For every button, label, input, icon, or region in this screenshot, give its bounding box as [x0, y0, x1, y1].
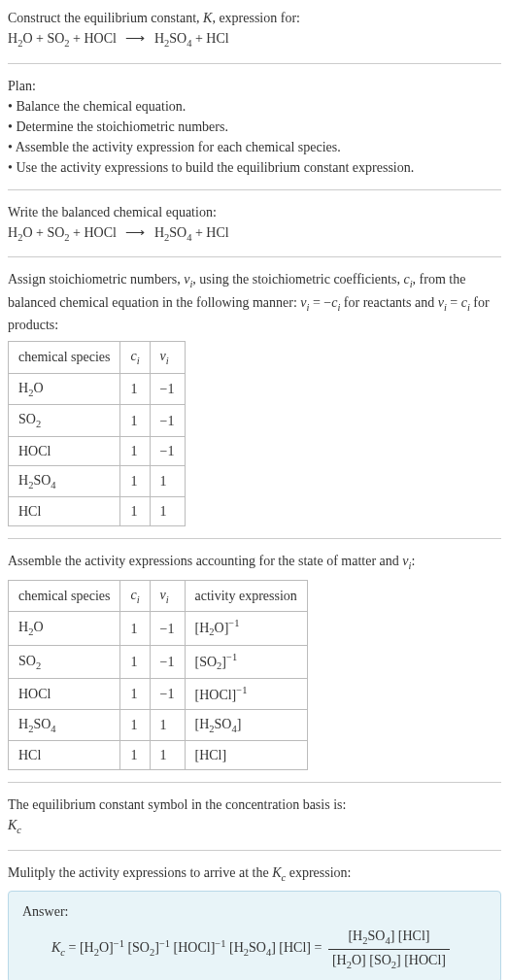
cell-v: −1 — [150, 612, 185, 645]
cell-c: 1 — [120, 678, 150, 709]
plan-bullet-4: • Use the activity expressions to build … — [8, 157, 501, 178]
header-vi: νi — [150, 580, 185, 612]
cell-activity: [HOCl]−1 — [185, 678, 307, 709]
header-ci: ci — [120, 580, 150, 612]
stoich-table: chemical species ci νi H2O 1 −1 SO2 1 −1… — [8, 341, 186, 526]
table-row: H2SO4 1 1 [H2SO4] — [9, 709, 308, 741]
cell-c: 1 — [120, 709, 150, 741]
section-symbol: The equilibrium constant symbol in the c… — [8, 794, 501, 851]
cell-species: H2O — [9, 373, 120, 405]
cell-v: −1 — [150, 678, 185, 709]
cell-c: 1 — [120, 612, 150, 645]
header-species: chemical species — [9, 342, 120, 374]
balanced-title: Write the balanced chemical equation: — [8, 202, 501, 222]
table-row: SO2 1 −1 [SO2]−1 — [9, 645, 308, 678]
symbol-kc: Kc — [8, 815, 501, 838]
symbol-line1: The equilibrium constant symbol in the c… — [8, 794, 501, 815]
answer-label: Answer: — [22, 901, 487, 922]
balanced-equation: H2O + SO2 + HOCl ⟶ H2SO4 + HCl — [8, 222, 501, 246]
header-activity: activity expression — [185, 580, 307, 612]
answer-expression: Kc = [H2O]−1 [SO2]−1 [HOCl]−1 [H2SO4] [H… — [22, 922, 487, 972]
table-header-row: chemical species ci νi activity expressi… — [9, 580, 308, 612]
cell-species: SO2 — [9, 645, 120, 678]
cell-v: 1 — [150, 741, 185, 770]
cell-species: H2SO4 — [9, 465, 120, 497]
multiply-line1: Mulitply the activity expressions to arr… — [8, 862, 501, 886]
section-plan: Plan: • Balance the chemical equation. •… — [8, 76, 501, 190]
table-row: HCl 1 1 — [9, 497, 186, 526]
cell-activity: [SO2]−1 — [185, 645, 307, 678]
table-header-row: chemical species ci νi — [9, 342, 186, 374]
cell-c: 1 — [120, 373, 150, 405]
section-prompt: Construct the equilibrium constant, K, e… — [8, 8, 501, 64]
cell-species: SO2 — [9, 405, 120, 437]
section-multiply: Mulitply the activity expressions to arr… — [8, 862, 501, 980]
cell-c: 1 — [120, 436, 150, 465]
cell-c: 1 — [120, 741, 150, 770]
cell-v: −1 — [150, 373, 185, 405]
plan-bullet-1: • Balance the chemical equation. — [8, 96, 501, 117]
fraction-denominator: [H2O] [SO2] [HOCl] — [328, 950, 450, 973]
cell-v: 1 — [150, 465, 185, 497]
section-balanced: Write the balanced chemical equation: H2… — [8, 202, 501, 258]
cell-v: −1 — [150, 436, 185, 465]
prompt-equation: H2O + SO2 + HOCl ⟶ H2SO4 + HCl — [8, 28, 501, 51]
table-row: HOCl 1 −1 [HOCl]−1 — [9, 678, 308, 709]
plan-bullet-2: • Determine the stoichiometric numbers. — [8, 117, 501, 137]
cell-species: H2SO4 — [9, 709, 120, 741]
cell-v: −1 — [150, 645, 185, 678]
cell-c: 1 — [120, 497, 150, 526]
table-row: H2O 1 −1 [H2O]−1 — [9, 612, 308, 645]
plan-bullet-3: • Assemble the activity expression for e… — [8, 137, 501, 157]
cell-activity: [HCl] — [185, 741, 307, 770]
section-stoich: Assign stoichiometric numbers, νi, using… — [8, 269, 501, 539]
header-ci: ci — [120, 342, 150, 374]
cell-c: 1 — [120, 405, 150, 437]
table-row: HCl 1 1 [HCl] — [9, 741, 308, 770]
table-row: SO2 1 −1 — [9, 405, 186, 437]
section-activity: Assemble the activity expressions accoun… — [8, 551, 501, 783]
activity-intro: Assemble the activity expressions accoun… — [8, 551, 501, 574]
table-row: H2O 1 −1 — [9, 373, 186, 405]
cell-v: 1 — [150, 709, 185, 741]
table-row: H2SO4 1 1 — [9, 465, 186, 497]
cell-activity: [H2SO4] — [185, 709, 307, 741]
header-species: chemical species — [9, 580, 120, 612]
activity-table: chemical species ci νi activity expressi… — [8, 580, 308, 770]
cell-species: HOCl — [9, 678, 120, 709]
cell-species: HOCl — [9, 436, 120, 465]
answer-box: Answer: Kc = [H2O]−1 [SO2]−1 [HOCl]−1 [H… — [8, 891, 501, 980]
cell-species: HCl — [9, 741, 120, 770]
fraction-numerator: [H2SO4] [HCl] — [328, 926, 450, 950]
stoich-intro: Assign stoichiometric numbers, νi, using… — [8, 269, 501, 335]
cell-v: 1 — [150, 497, 185, 526]
cell-v: −1 — [150, 405, 185, 437]
cell-activity: [H2O]−1 — [185, 612, 307, 645]
table-row: HOCl 1 −1 — [9, 436, 186, 465]
plan-title: Plan: — [8, 76, 501, 96]
cell-c: 1 — [120, 645, 150, 678]
header-vi: νi — [150, 342, 185, 374]
cell-c: 1 — [120, 465, 150, 497]
cell-species: HCl — [9, 497, 120, 526]
prompt-line1: Construct the equilibrium constant, K, e… — [8, 8, 501, 28]
cell-species: H2O — [9, 612, 120, 645]
